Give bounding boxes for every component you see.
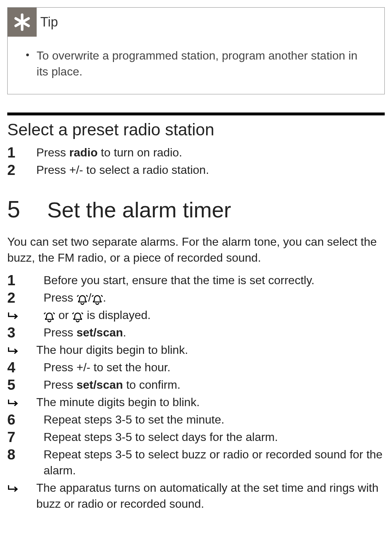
chapter-intro: You can set two separate alarms. For the… xyxy=(7,234,385,266)
result-arrow-icon xyxy=(7,480,36,494)
substep-text-post: is displayed. xyxy=(83,308,151,322)
step-number: 2 xyxy=(7,162,36,178)
step-text-post: . xyxy=(123,326,126,339)
substep: The minute digits begin to blink. xyxy=(7,394,385,410)
substep-content: The minute digits begin to blink. xyxy=(36,394,385,410)
substep-content: The apparatus turns on automatically at … xyxy=(36,480,385,512)
step-number: 1 xyxy=(7,144,36,160)
tip-text: To overwrite a programmed station, progr… xyxy=(37,48,370,79)
step-text-pre: Press xyxy=(44,378,77,391)
section-divider xyxy=(7,113,385,115)
bold-text: radio xyxy=(69,146,98,159)
substep: The apparatus turns on automatically at … xyxy=(7,480,385,512)
step: 8 Repeat steps 3-5 to select buzz or rad… xyxy=(7,446,385,478)
step-2: 2 Press +/- to select a radio station. xyxy=(7,162,385,178)
step-number: 2 xyxy=(7,290,36,306)
step-content: Press set/scan. xyxy=(36,324,385,340)
step: 5 Press set/scan to confirm. xyxy=(7,377,385,393)
tip-header: Tip xyxy=(8,8,384,37)
step-text-post: to turn on radio. xyxy=(98,146,182,159)
substep: or is displayed. xyxy=(7,307,385,323)
step-1: 1 Press radio to turn on radio. xyxy=(7,144,385,160)
chapter-number: 5 xyxy=(7,196,47,223)
bullet-icon: • xyxy=(26,48,29,62)
step-content: Press set/scan to confirm. xyxy=(36,377,385,393)
result-arrow-icon xyxy=(7,307,36,321)
alarm-bell-icon xyxy=(91,293,103,304)
step-content: Press radio to turn on radio. xyxy=(36,144,385,160)
step: 4 Press +/- to set the hour. xyxy=(7,359,385,375)
step-text-post: . xyxy=(103,291,106,304)
step-content: Press +/- to set the hour. xyxy=(36,359,385,375)
step-number: 8 xyxy=(7,446,36,462)
step-text-pre: Press xyxy=(44,291,77,304)
section-heading-preset: Select a preset radio station xyxy=(7,120,385,139)
step-text-post: to confirm. xyxy=(123,378,180,391)
step: 3 Press set/scan. xyxy=(7,324,385,340)
chapter-heading: 5 Set the alarm timer xyxy=(7,196,385,223)
result-arrow-icon xyxy=(7,394,36,408)
alarm-bell-icon xyxy=(72,310,83,322)
chapter-title: Set the alarm timer xyxy=(47,197,231,222)
tip-box: Tip • To overwrite a programmed station,… xyxy=(7,7,385,94)
step-content: Press /. xyxy=(36,290,385,306)
step: 2 Press /. xyxy=(7,290,385,306)
step-text-mid: / xyxy=(88,291,91,304)
step-number: 5 xyxy=(7,377,36,393)
alarm-steps: 1 Before you start, ensure that the time… xyxy=(7,272,385,512)
preset-steps: 1 Press radio to turn on radio. 2 Press … xyxy=(7,144,385,178)
tip-title: Tip xyxy=(40,15,58,30)
step-number: 7 xyxy=(7,429,36,445)
bold-text: set/scan xyxy=(77,378,123,391)
substep-content: The hour digits begin to blink. xyxy=(36,342,385,358)
substep: The hour digits begin to blink. xyxy=(7,342,385,358)
step-text-pre: Press xyxy=(44,326,77,339)
alarm-bell-icon xyxy=(77,293,88,304)
asterisk-icon xyxy=(8,8,37,37)
tip-content: • To overwrite a programmed station, pro… xyxy=(8,37,384,94)
substep-text-mid: or xyxy=(55,308,72,322)
step-content: Repeat steps 3-5 to select buzz or radio… xyxy=(36,446,385,478)
step-text-pre: Press xyxy=(36,146,69,159)
alarm-bell-icon xyxy=(44,310,55,322)
step-content: Press +/- to select a radio station. xyxy=(36,162,385,178)
step: 7 Repeat steps 3-5 to select days for th… xyxy=(7,429,385,445)
step-content: Before you start, ensure that the time i… xyxy=(36,272,385,288)
bold-text: set/scan xyxy=(77,326,123,339)
step-number: 1 xyxy=(7,272,36,288)
result-arrow-icon xyxy=(7,342,36,356)
step: 1 Before you start, ensure that the time… xyxy=(7,272,385,288)
tip-bullet: • To overwrite a programmed station, pro… xyxy=(26,48,370,79)
step-number: 4 xyxy=(7,359,36,375)
step-content: Repeat steps 3-5 to set the minute. xyxy=(36,412,385,428)
step-content: Repeat steps 3-5 to select days for the … xyxy=(36,429,385,445)
step: 6 Repeat steps 3-5 to set the minute. xyxy=(7,412,385,428)
step-number: 3 xyxy=(7,324,36,340)
step-number: 6 xyxy=(7,412,36,428)
substep-content: or is displayed. xyxy=(36,307,385,323)
